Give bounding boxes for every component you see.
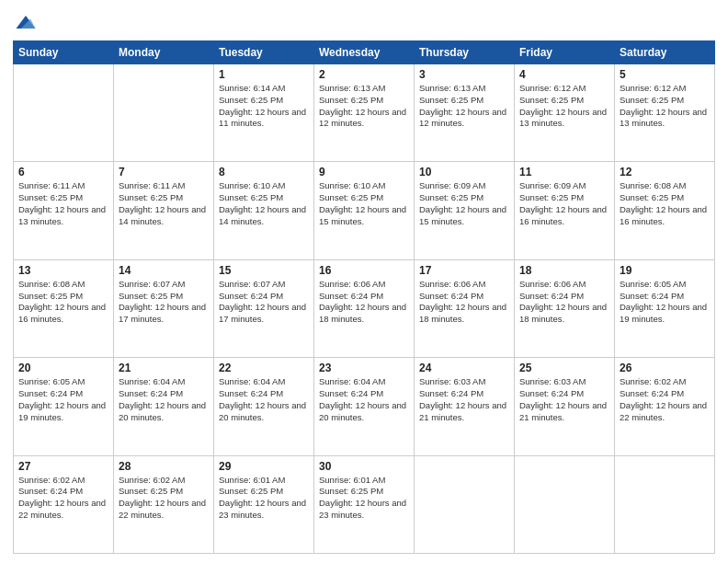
week-row-1: 1Sunrise: 6:14 AM Sunset: 6:25 PM Daylig… [14, 64, 715, 162]
day-info: Sunrise: 6:02 AM Sunset: 6:24 PM Dayligh… [18, 475, 108, 522]
day-info: Sunrise: 6:13 AM Sunset: 6:25 PM Dayligh… [319, 83, 409, 130]
calendar-cell: 15Sunrise: 6:07 AM Sunset: 6:24 PM Dayli… [214, 259, 314, 357]
calendar-cell: 11Sunrise: 6:09 AM Sunset: 6:25 PM Dayli… [515, 162, 615, 259]
col-wednesday: Wednesday [314, 41, 415, 64]
day-number: 1 [219, 68, 309, 81]
calendar-cell: 9Sunrise: 6:10 AM Sunset: 6:25 PM Daylig… [314, 162, 415, 259]
day-info: Sunrise: 6:06 AM Sunset: 6:24 PM Dayligh… [319, 279, 409, 326]
col-tuesday: Tuesday [214, 41, 314, 64]
day-info: Sunrise: 6:09 AM Sunset: 6:25 PM Dayligh… [519, 180, 609, 227]
day-info: Sunrise: 6:02 AM Sunset: 6:25 PM Dayligh… [119, 475, 209, 522]
day-info: Sunrise: 6:01 AM Sunset: 6:25 PM Dayligh… [319, 475, 409, 522]
calendar-cell [515, 455, 615, 553]
day-number: 7 [119, 166, 209, 178]
day-number: 15 [219, 264, 309, 277]
day-info: Sunrise: 6:04 AM Sunset: 6:24 PM Dayligh… [319, 376, 409, 423]
calendar-cell [14, 64, 114, 162]
calendar-cell: 29Sunrise: 6:01 AM Sunset: 6:25 PM Dayli… [214, 455, 314, 553]
day-info: Sunrise: 6:09 AM Sunset: 6:25 PM Dayligh… [419, 180, 509, 227]
header [13, 9, 715, 35]
calendar-cell: 8Sunrise: 6:10 AM Sunset: 6:25 PM Daylig… [214, 162, 314, 259]
calendar-cell [114, 64, 214, 162]
day-info: Sunrise: 6:10 AM Sunset: 6:25 PM Dayligh… [319, 180, 409, 227]
day-info: Sunrise: 6:11 AM Sunset: 6:25 PM Dayligh… [18, 180, 108, 227]
calendar-cell [615, 455, 715, 553]
day-number: 16 [319, 264, 409, 277]
calendar-cell: 27Sunrise: 6:02 AM Sunset: 6:24 PM Dayli… [14, 455, 114, 553]
day-number: 8 [219, 166, 309, 178]
day-number: 25 [519, 362, 609, 374]
day-info: Sunrise: 6:10 AM Sunset: 6:25 PM Dayligh… [219, 180, 309, 227]
calendar-cell: 6Sunrise: 6:11 AM Sunset: 6:25 PM Daylig… [14, 162, 114, 259]
day-number: 30 [319, 460, 409, 473]
col-sunday: Sunday [14, 41, 114, 64]
calendar-cell: 3Sunrise: 6:13 AM Sunset: 6:25 PM Daylig… [415, 64, 515, 162]
day-info: Sunrise: 6:05 AM Sunset: 6:24 PM Dayligh… [18, 376, 108, 423]
day-number: 27 [18, 460, 108, 473]
col-friday: Friday [515, 41, 615, 64]
calendar-cell: 16Sunrise: 6:06 AM Sunset: 6:24 PM Dayli… [314, 259, 415, 357]
calendar-cell: 24Sunrise: 6:03 AM Sunset: 6:24 PM Dayli… [415, 358, 515, 455]
day-info: Sunrise: 6:12 AM Sunset: 6:25 PM Dayligh… [620, 83, 710, 130]
calendar-cell: 2Sunrise: 6:13 AM Sunset: 6:25 PM Daylig… [314, 64, 415, 162]
day-number: 17 [419, 264, 509, 277]
day-number: 10 [419, 166, 509, 178]
day-number: 24 [419, 362, 509, 374]
day-info: Sunrise: 6:05 AM Sunset: 6:24 PM Dayligh… [620, 279, 710, 326]
day-number: 14 [119, 264, 209, 277]
day-number: 13 [18, 264, 108, 277]
day-number: 5 [620, 68, 710, 81]
day-info: Sunrise: 6:08 AM Sunset: 6:25 PM Dayligh… [620, 180, 710, 227]
calendar-cell: 7Sunrise: 6:11 AM Sunset: 6:25 PM Daylig… [114, 162, 214, 259]
day-number: 29 [219, 460, 309, 473]
calendar-cell: 1Sunrise: 6:14 AM Sunset: 6:25 PM Daylig… [214, 64, 314, 162]
day-info: Sunrise: 6:07 AM Sunset: 6:24 PM Dayligh… [219, 279, 309, 326]
day-info: Sunrise: 6:04 AM Sunset: 6:24 PM Dayligh… [119, 376, 209, 423]
day-number: 21 [119, 362, 209, 374]
day-number: 20 [18, 362, 108, 374]
calendar-cell: 14Sunrise: 6:07 AM Sunset: 6:25 PM Dayli… [114, 259, 214, 357]
day-info: Sunrise: 6:06 AM Sunset: 6:24 PM Dayligh… [519, 279, 609, 326]
week-row-4: 20Sunrise: 6:05 AM Sunset: 6:24 PM Dayli… [14, 358, 715, 455]
calendar-cell: 28Sunrise: 6:02 AM Sunset: 6:25 PM Dayli… [114, 455, 214, 553]
calendar-cell: 18Sunrise: 6:06 AM Sunset: 6:24 PM Dayli… [515, 259, 615, 357]
day-info: Sunrise: 6:03 AM Sunset: 6:24 PM Dayligh… [419, 376, 509, 423]
day-info: Sunrise: 6:13 AM Sunset: 6:25 PM Dayligh… [419, 83, 509, 130]
calendar-cell: 21Sunrise: 6:04 AM Sunset: 6:24 PM Dayli… [114, 358, 214, 455]
day-info: Sunrise: 6:08 AM Sunset: 6:25 PM Dayligh… [18, 279, 108, 326]
day-info: Sunrise: 6:06 AM Sunset: 6:24 PM Dayligh… [419, 279, 509, 326]
day-number: 9 [319, 166, 409, 178]
week-row-3: 13Sunrise: 6:08 AM Sunset: 6:25 PM Dayli… [14, 259, 715, 357]
day-info: Sunrise: 6:07 AM Sunset: 6:25 PM Dayligh… [119, 279, 209, 326]
calendar-cell: 25Sunrise: 6:03 AM Sunset: 6:24 PM Dayli… [515, 358, 615, 455]
header-row: Sunday Monday Tuesday Wednesday Thursday… [14, 41, 715, 64]
day-number: 11 [519, 166, 609, 178]
calendar-cell: 13Sunrise: 6:08 AM Sunset: 6:25 PM Dayli… [14, 259, 114, 357]
calendar-cell: 22Sunrise: 6:04 AM Sunset: 6:24 PM Dayli… [214, 358, 314, 455]
day-number: 22 [219, 362, 309, 374]
day-info: Sunrise: 6:04 AM Sunset: 6:24 PM Dayligh… [219, 376, 309, 423]
calendar-cell: 23Sunrise: 6:04 AM Sunset: 6:24 PM Dayli… [314, 358, 415, 455]
calendar-cell: 20Sunrise: 6:05 AM Sunset: 6:24 PM Dayli… [14, 358, 114, 455]
calendar-cell [415, 455, 515, 553]
week-row-5: 27Sunrise: 6:02 AM Sunset: 6:24 PM Dayli… [14, 455, 715, 553]
day-info: Sunrise: 6:01 AM Sunset: 6:25 PM Dayligh… [219, 475, 309, 522]
col-thursday: Thursday [415, 41, 515, 64]
day-number: 23 [319, 362, 409, 374]
day-number: 3 [419, 68, 509, 81]
calendar-cell: 10Sunrise: 6:09 AM Sunset: 6:25 PM Dayli… [415, 162, 515, 259]
calendar-cell: 26Sunrise: 6:02 AM Sunset: 6:24 PM Dayli… [615, 358, 715, 455]
day-info: Sunrise: 6:14 AM Sunset: 6:25 PM Dayligh… [219, 83, 309, 130]
calendar-cell: 17Sunrise: 6:06 AM Sunset: 6:24 PM Dayli… [415, 259, 515, 357]
day-number: 4 [519, 68, 609, 81]
calendar-cell: 4Sunrise: 6:12 AM Sunset: 6:25 PM Daylig… [515, 64, 615, 162]
day-info: Sunrise: 6:12 AM Sunset: 6:25 PM Dayligh… [519, 83, 609, 130]
day-number: 6 [18, 166, 108, 178]
day-number: 2 [319, 68, 409, 81]
calendar-cell: 5Sunrise: 6:12 AM Sunset: 6:25 PM Daylig… [615, 64, 715, 162]
day-info: Sunrise: 6:03 AM Sunset: 6:24 PM Dayligh… [519, 376, 609, 423]
calendar-table: Sunday Monday Tuesday Wednesday Thursday… [13, 40, 715, 554]
day-number: 18 [519, 264, 609, 277]
day-info: Sunrise: 6:02 AM Sunset: 6:24 PM Dayligh… [620, 376, 710, 423]
day-number: 19 [620, 264, 710, 277]
